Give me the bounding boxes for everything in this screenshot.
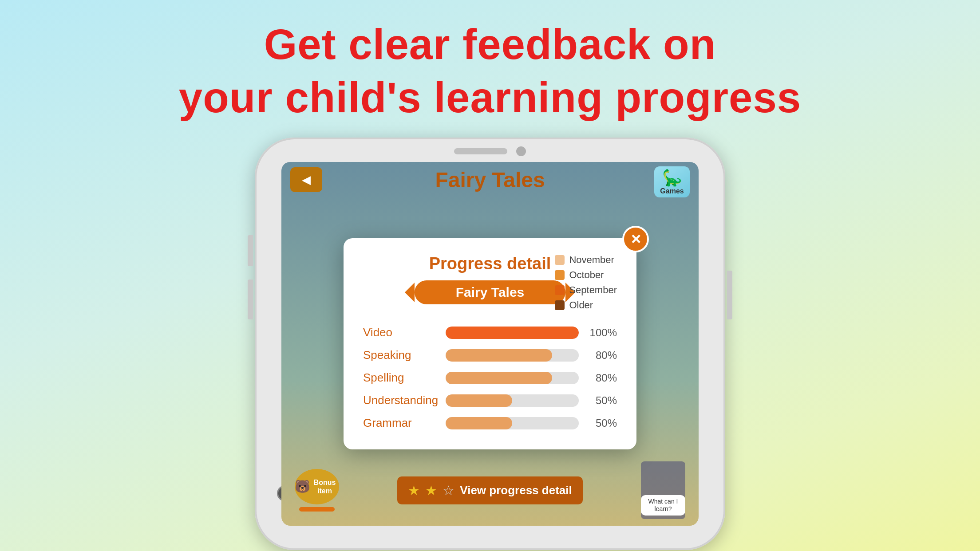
- phone: ◀ Fairy Tales 🦕 Games 🐻 Bonus item ★ ★ ☆: [255, 138, 725, 550]
- progress-bar-fill: [446, 417, 512, 429]
- headline: Get clear feedback on your child's learn…: [179, 18, 802, 124]
- progress-modal: ✕ Progress detail Fairy Tales November O…: [344, 238, 636, 449]
- headline-line2: your child's learning progress: [179, 71, 802, 124]
- progress-label: Video: [363, 326, 439, 339]
- progress-bar-bg: [446, 394, 579, 407]
- legend-label: October: [569, 269, 604, 281]
- progress-bar-bg: [446, 327, 579, 339]
- progress-label: Understanding: [363, 394, 439, 407]
- progress-pct: 80%: [586, 372, 617, 384]
- close-icon: ✕: [630, 232, 641, 247]
- legend-dot: [555, 300, 565, 310]
- progress-bar-fill: [446, 372, 552, 384]
- progress-bar-fill: [446, 349, 552, 362]
- legend-item: September: [555, 284, 617, 296]
- progress-row: Understanding 50%: [363, 394, 617, 407]
- phone-camera: [516, 146, 526, 156]
- legend: November October September Older: [555, 254, 617, 311]
- progress-row: Video 100%: [363, 326, 617, 339]
- progress-row: Speaking 80%: [363, 348, 617, 362]
- progress-label: Spelling: [363, 371, 439, 385]
- progress-label: Speaking: [363, 348, 439, 362]
- legend-dot: [555, 270, 565, 280]
- progress-bar-bg: [446, 372, 579, 384]
- legend-dot: [555, 255, 565, 265]
- phone-volume-down: [248, 279, 253, 319]
- legend-item: November: [555, 254, 617, 266]
- close-button[interactable]: ✕: [622, 226, 649, 252]
- modal-category-banner: Fairy Tales: [415, 280, 565, 304]
- headline-line1: Get clear feedback on: [179, 18, 802, 71]
- modal-overlay: ✕ Progress detail Fairy Tales November O…: [281, 162, 699, 526]
- phone-speaker: [454, 148, 507, 154]
- legend-item: Older: [555, 299, 617, 311]
- progress-pct: 50%: [586, 394, 617, 407]
- progress-bar-bg: [446, 349, 579, 362]
- progress-rows: Video 100% Speaking 80% Spelling 80% Und…: [363, 326, 617, 430]
- phone-top-bar: [454, 146, 526, 156]
- phone-volume-up: [248, 235, 253, 266]
- progress-row: Grammar 50%: [363, 416, 617, 430]
- progress-pct: 50%: [586, 417, 617, 429]
- phone-screen: ◀ Fairy Tales 🦕 Games 🐻 Bonus item ★ ★ ☆: [281, 162, 699, 526]
- legend-label: September: [569, 284, 617, 296]
- progress-pct: 80%: [586, 349, 617, 362]
- progress-label: Grammar: [363, 416, 439, 430]
- progress-bar-bg: [446, 417, 579, 429]
- legend-label: Older: [569, 299, 593, 311]
- legend-item: October: [555, 269, 617, 281]
- progress-row: Spelling 80%: [363, 371, 617, 385]
- legend-label: November: [569, 254, 614, 266]
- progress-pct: 100%: [586, 327, 617, 339]
- progress-bar-fill: [446, 327, 579, 339]
- phone-power-button: [727, 271, 732, 319]
- progress-bar-fill: [446, 394, 512, 407]
- legend-dot: [555, 285, 565, 295]
